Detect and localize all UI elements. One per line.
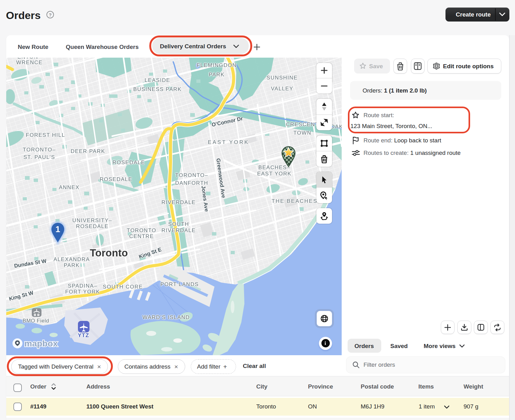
svg-text:mapbox: mapbox [24, 339, 58, 348]
svg-text:1: 1 [55, 225, 60, 234]
